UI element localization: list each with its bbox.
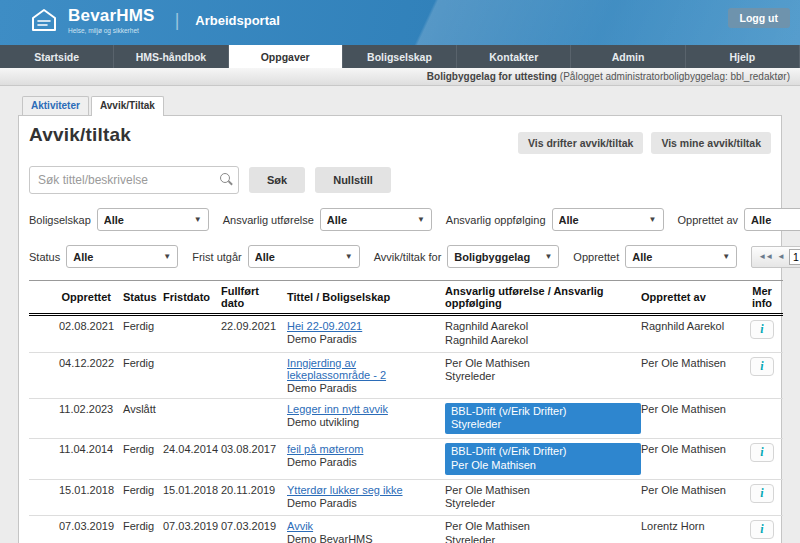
filter-row-2: Status Alle ▼ Frist utgår Alle ▼ Avvik [29, 245, 771, 268]
col-symbol [29, 281, 55, 315]
filter: Ansvarlig utførelse Alle ▼ [223, 208, 432, 231]
table-header-row: Opprettet Status Fristdato Fullført dato… [29, 281, 783, 315]
filter-select-value: Alle [255, 251, 345, 263]
filter-label: Opprettet av [678, 214, 739, 226]
tab-aktiviteter[interactable]: Aktiviteter [22, 96, 89, 115]
house-logo-icon [30, 7, 58, 33]
filter-select[interactable]: Alle ▼ [66, 245, 178, 268]
ansvarlig-oppfolging: Styreleder [445, 497, 633, 511]
app-header: BevarHMS Helse, miljø og sikkerhet | Arb… [0, 0, 800, 45]
chevron-down-icon: ▼ [345, 252, 353, 261]
filter-select[interactable]: Alle ▼ [320, 208, 432, 231]
cell-fristdato: 15.01.2018 [159, 479, 217, 516]
cell-fullfort: 03.08.2017 [217, 439, 283, 480]
filter-select[interactable]: Alle ▼ [744, 208, 800, 231]
filter-select[interactable]: Boligbyggelag ▼ [447, 245, 559, 268]
tab-avvik-tiltak[interactable]: Avvik/Tiltak [91, 96, 164, 116]
search-button[interactable]: Søk [249, 167, 305, 193]
filter-label: Status [29, 251, 60, 263]
avvik-title-link[interactable]: Ytterdør lukker seg ikke [287, 484, 403, 496]
page-number-input[interactable] [789, 249, 800, 265]
logout-button[interactable]: Logg ut [728, 8, 790, 28]
nav-tab[interactable]: Admin [571, 45, 685, 68]
first-page-icon[interactable]: ◄◄ [758, 252, 772, 261]
ansvarlig-cell: Per Ole Mathisen Styreleder [445, 357, 633, 385]
more-info-button[interactable]: i [750, 520, 774, 539]
cell-fristdato [159, 352, 217, 398]
prev-page-icon[interactable]: ◄ [777, 252, 784, 261]
filter-label: Avvik/tiltak for [374, 251, 442, 263]
cell-opprettet-av: Ragnhild Aarekol [637, 315, 741, 353]
filter: Frist utgår Alle ▼ [192, 245, 360, 268]
cell-opprettet: 11.04.2014 [55, 439, 119, 480]
nav-tab[interactable]: Hjelp [686, 45, 800, 68]
filter-select-value: Alle [73, 251, 163, 263]
pagination-bar: ◄◄ ◄ av 5 ► ►► 44 Rader / Side Vis [751, 246, 800, 268]
cell-fristdato [159, 398, 217, 439]
chevron-down-icon: ▼ [163, 252, 171, 261]
nav-tab[interactable]: Kontakter [457, 45, 571, 68]
cell-fullfort: 20.11.2019 [217, 479, 283, 516]
avvik-title-link[interactable]: Avvik [287, 520, 313, 532]
table-row: ! 11.04.2014 Ferdig 24.04.2014 03.08.201… [29, 439, 783, 480]
boligselskap-name: Demo Paradis [287, 333, 437, 345]
nav-tab[interactable]: HMS-håndbok [114, 45, 228, 68]
filter-select[interactable]: Alle ▼ [248, 245, 360, 268]
filter-select-value: Alle [751, 214, 800, 226]
ansvarlig-cell: Per Ole Mathisen Styreleder [445, 520, 633, 543]
ansvarlig-oppfolging: Styreleder [451, 418, 635, 432]
cell-opprettet: 15.01.2018 [55, 479, 119, 516]
nav-tab[interactable]: Oppgaver [229, 45, 343, 68]
cell-fristdato: 24.04.2014 [159, 439, 217, 480]
reset-button[interactable]: Nullstill [315, 167, 391, 193]
filter-select[interactable]: Alle ▼ [552, 208, 664, 231]
filter: Status Alle ▼ [29, 245, 178, 268]
filter-select[interactable]: Alle ▼ [625, 245, 737, 268]
cell-opprettet-av: Per Ole Mathisen [637, 479, 741, 516]
filter-label: Ansvarlig oppfølging [446, 214, 546, 226]
more-info-button[interactable]: i [750, 484, 774, 503]
ansvarlig-oppfolging: Styreleder [445, 370, 633, 384]
status-session: (Pålogget administratorboligbyggelag: bb… [560, 71, 790, 82]
show-my-avvik-button[interactable]: Vis mine avvik/tiltak [651, 132, 771, 154]
avvik-title-link[interactable]: Inngjerding av lekeplassområde - 2 [287, 357, 386, 381]
boligselskap-name: Demo utvikling [287, 416, 437, 428]
ansvarlig-cell: BBL-Drift (v/Erik Drifter) Styreleder [445, 403, 641, 435]
subtabs: Aktiviteter Avvik/Tiltak [22, 96, 782, 115]
more-info-button[interactable]: i [750, 320, 774, 339]
ansvarlig-utforelse: BBL-Drift (v/Erik Drifter) [451, 405, 635, 419]
more-info-button[interactable]: i [750, 357, 774, 376]
ansvarlig-cell: BBL-Drift (v/Erik Drifter) Per Ole Mathi… [445, 443, 641, 475]
nav-tab[interactable]: Startside [0, 45, 114, 68]
search-icon [220, 173, 230, 183]
filter: Avvik/tiltak for Boligbyggelag ▼ [374, 245, 560, 268]
avvik-title-link[interactable]: Legger inn nytt avvik [287, 403, 388, 415]
cell-opprettet: 07.03.2019 [55, 516, 119, 543]
cell-fristdato: 07.03.2019 [159, 516, 217, 543]
avvik-title-link[interactable]: feil på møterom [287, 443, 363, 455]
more-info-button[interactable]: i [750, 443, 774, 462]
filter-select-value: Boligbyggelag [454, 251, 544, 263]
boligselskap-name: Demo Paradis [287, 382, 437, 394]
cell-status: Avslått [119, 398, 159, 439]
table-row: ! 15.01.2018 Ferdig 15.01.2018 20.11.201… [29, 479, 783, 516]
cell-opprettet-av: Per Ole Mathisen [637, 439, 741, 480]
portal-title: Arbeidsportal [195, 13, 280, 28]
col-opprettet-av: Opprettet av [637, 281, 741, 315]
avvik-title-link[interactable]: Hei 22-09.2021 [287, 320, 362, 332]
filter-label: Opprettet [573, 251, 619, 263]
table-row: ! 07.03.2019 Ferdig 07.03.2019 07.03.201… [29, 516, 783, 543]
ansvarlig-utforelse: Per Ole Mathisen [445, 484, 633, 498]
brand-tagline: Helse, miljø og sikkerhet [68, 27, 155, 34]
boligselskap-name: Demo Paradis [287, 497, 437, 509]
show-drift-avvik-button[interactable]: Vis drifter avvik/tiltak [518, 132, 643, 154]
nav-tab[interactable]: Boligselskap [343, 45, 457, 68]
avvik-table: Opprettet Status Fristdato Fullført dato… [29, 280, 783, 543]
ansvarlig-utforelse: Per Ole Mathisen [445, 357, 633, 371]
cell-status: Ferdig [119, 479, 159, 516]
search-input[interactable] [29, 166, 239, 194]
filter-select[interactable]: Alle ▼ [97, 208, 209, 231]
filter: Boligselskap Alle ▼ [29, 208, 209, 231]
cell-status: Ferdig [119, 352, 159, 398]
cell-opprettet-av: Per Ole Mathisen [637, 352, 741, 398]
